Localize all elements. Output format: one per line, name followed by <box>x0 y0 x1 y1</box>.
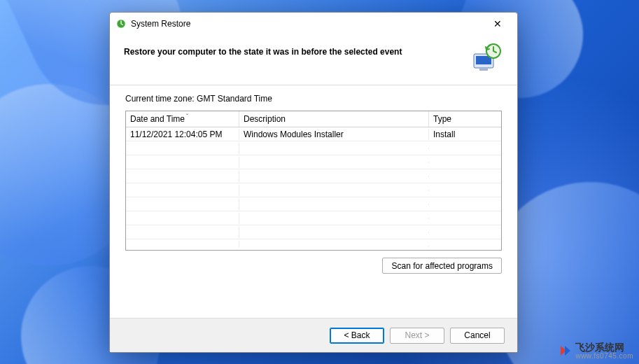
system-restore-icon <box>115 18 127 29</box>
back-button[interactable]: < Back <box>330 328 384 344</box>
cell-type: Install <box>429 129 501 140</box>
watermark-url: www.fs0745.com <box>575 353 633 360</box>
cell-date: 11/12/2021 12:04:05 PM <box>126 129 239 140</box>
column-header-type-label: Type <box>433 114 451 124</box>
watermark-text: 飞沙系统网 www.fs0745.com <box>575 342 633 360</box>
table-row-empty: . <box>126 239 501 248</box>
column-header-date[interactable]: Date and Time ˇ <box>126 111 239 127</box>
desktop-background: System Restore ✕ Restore your computer t… <box>0 0 639 364</box>
timezone-label: Current time zone: GMT Standard Time <box>125 94 502 104</box>
window-title: System Restore <box>131 19 190 29</box>
table-body: 11/12/2021 12:04:05 PM Windows Modules I… <box>126 127 501 248</box>
titlebar: System Restore ✕ <box>110 13 517 36</box>
cancel-button[interactable]: Cancel <box>450 328 505 344</box>
wizard-heading: Restore your computer to the state it wa… <box>124 41 461 57</box>
watermark-title: 飞沙系统网 <box>575 342 633 353</box>
svg-rect-4 <box>479 69 488 71</box>
table-row-empty: . <box>126 169 501 183</box>
column-header-description-label: Description <box>244 114 286 124</box>
scan-row: Scan for affected programs <box>125 258 502 274</box>
table-row-empty: . <box>126 225 501 239</box>
sort-indicator-icon: ˇ <box>186 113 188 120</box>
restore-point-icon <box>470 43 503 72</box>
watermark-logo-icon <box>559 344 571 357</box>
wizard-body: Current time zone: GMT Standard Time Dat… <box>110 85 517 318</box>
table-header: Date and Time ˇ Description Type <box>126 111 501 127</box>
cell-description: Windows Modules Installer <box>239 129 429 140</box>
table-row-empty: . <box>126 155 501 169</box>
wizard-footer: < Back Next > Cancel <box>110 318 517 352</box>
column-header-type[interactable]: Type <box>429 111 501 127</box>
column-header-date-label: Date and Time <box>130 114 185 124</box>
table-row-empty: . <box>126 197 501 211</box>
table-row-empty: . <box>126 211 501 225</box>
close-icon: ✕ <box>493 19 502 29</box>
next-button[interactable]: Next > <box>390 328 444 344</box>
watermark: 飞沙系统网 www.fs0745.com <box>559 342 633 360</box>
system-restore-dialog: System Restore ✕ Restore your computer t… <box>109 12 518 353</box>
table-row-empty: . <box>126 183 501 197</box>
close-button[interactable]: ✕ <box>484 15 512 33</box>
table-row[interactable]: 11/12/2021 12:04:05 PM Windows Modules I… <box>126 127 501 141</box>
wizard-header: Restore your computer to the state it wa… <box>110 36 517 85</box>
column-header-description[interactable]: Description <box>239 111 429 127</box>
scan-affected-programs-button[interactable]: Scan for affected programs <box>382 258 502 274</box>
table-row-empty: . <box>126 141 501 155</box>
restore-points-table[interactable]: Date and Time ˇ Description Type 11/12/2… <box>125 111 502 251</box>
